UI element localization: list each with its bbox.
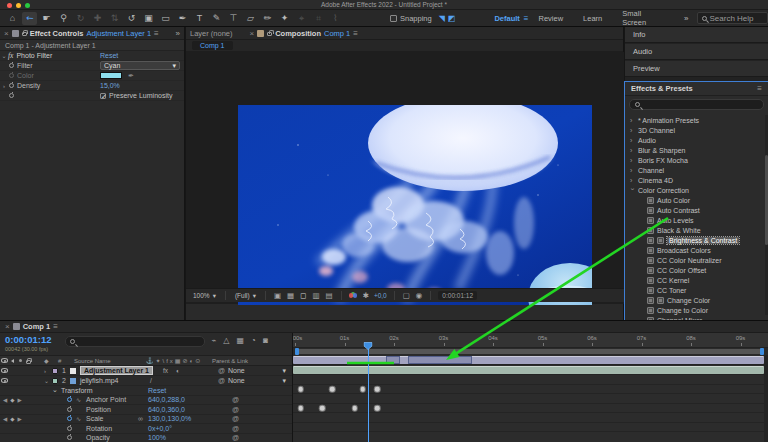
keyframe-dot[interactable] [375, 387, 380, 392]
preset-label[interactable]: Change Color [667, 297, 710, 304]
caret-right-icon[interactable]: › [630, 177, 635, 184]
preset-label[interactable]: Black & White [657, 227, 701, 234]
effect-header-row[interactable]: ⌄ fx Photo Filter Reset [0, 51, 184, 61]
property-name[interactable]: Opacity [86, 434, 110, 441]
magnification-dropdown[interactable]: 100%▾ [191, 292, 218, 300]
color-swatch[interactable] [100, 72, 122, 79]
preset-item[interactable]: CC Kernel [625, 275, 764, 285]
panel-menu-icon[interactable]: ≡ [154, 29, 159, 38]
tab-layer-none[interactable]: Layer (none) [190, 29, 233, 38]
property-value[interactable]: 130,0,130,0% [148, 415, 191, 422]
parent-dropdown[interactable]: None▾ [228, 367, 286, 375]
preset-label[interactable]: Brightness & Contrast [667, 237, 739, 244]
video-column-icon[interactable] [1, 358, 8, 363]
property-name[interactable]: Anchor Point [86, 396, 126, 403]
next-keyframe-icon[interactable]: ▶ [17, 397, 21, 403]
mini-flowchart-icon[interactable]: ⌁ [211, 336, 216, 345]
expander-icon[interactable]: › [0, 83, 8, 89]
preset-folder[interactable]: ›* Animation Presets [625, 115, 764, 125]
layer-row[interactable]: ⌄2jellyfish.mp4/@None▾ [0, 376, 292, 386]
property-name[interactable]: Scale [86, 415, 104, 422]
keyframe-dot[interactable] [353, 406, 358, 411]
stopwatch-icon[interactable] [67, 407, 72, 412]
caret-down-icon[interactable]: ⌄ [52, 386, 58, 394]
transform-group-row[interactable]: ⌄TransformReset [0, 386, 292, 396]
transparency-grid-icon[interactable]: ▦ [286, 291, 295, 300]
region-of-interest-icon[interactable]: ▣ [273, 291, 282, 300]
caret-down-icon[interactable]: › [629, 188, 636, 193]
layer-row[interactable]: ›1Adjustment Layer 1/fx◐@None▾ [0, 366, 292, 376]
caret-right-icon[interactable]: › [630, 157, 635, 164]
preset-label[interactable]: Blur & Sharpen [638, 147, 685, 154]
preset-label[interactable]: Broadcast Colors [657, 247, 711, 254]
rulers-icon[interactable]: ▤ [324, 291, 333, 300]
add-keyframe-icon[interactable]: ◆ [10, 397, 14, 403]
property-value[interactable]: 640,0,360,0 [148, 406, 185, 413]
layer-switch-icon[interactable]: / [150, 367, 152, 374]
workspace-tab-learn[interactable]: Learn [573, 14, 612, 23]
pick-whip-icon[interactable]: @ [232, 434, 239, 441]
caret-right-icon[interactable]: › [630, 137, 635, 144]
property-row-scale[interactable]: ◀◆▶∿Scale∞130,0,130,0%@ [0, 415, 292, 425]
layer-name[interactable]: Adjustment Layer 1 [80, 366, 153, 375]
keyframe-dot[interactable] [361, 387, 366, 392]
caret-down-icon[interactable]: ⌄ [44, 377, 49, 384]
guides-icon[interactable]: ▥ [311, 291, 320, 300]
snapshot-camera-icon[interactable]: ▢ [402, 291, 411, 300]
property-row-position[interactable]: Position640,0,360,0@ [0, 405, 292, 415]
caret-right-icon[interactable]: › [630, 117, 635, 124]
preset-folder[interactable]: ›Blur & Sharpen [625, 145, 764, 155]
stopwatch-icon[interactable] [9, 93, 14, 98]
layer-switch-icon[interactable]: ◐ [176, 367, 180, 374]
playhead-line[interactable] [368, 343, 369, 442]
pick-whip-icon[interactable]: @ [218, 377, 225, 384]
preset-label[interactable]: CC Color Offset [657, 267, 706, 274]
draft-3d-icon[interactable]: △ [223, 336, 229, 345]
preset-label[interactable]: Auto Levels [657, 217, 694, 224]
stopwatch-icon[interactable] [67, 435, 72, 440]
property-name[interactable]: Rotation [86, 425, 112, 432]
preset-item[interactable]: Auto Contrast [625, 205, 764, 215]
panel-menu-icon[interactable]: ≡ [353, 29, 358, 38]
panel-menu-icon[interactable]: ≡ [53, 322, 58, 331]
layer-duration-bar[interactable] [293, 356, 764, 364]
property-row-rotation[interactable]: Rotation0x+0,0°@ [0, 424, 292, 434]
zoom-tool-icon[interactable]: ⚲ [56, 12, 71, 25]
pan-behind-tool-icon[interactable]: ▣ [141, 12, 156, 25]
frame-blending-icon[interactable]: ◔ [251, 336, 256, 345]
panel-tab-info[interactable]: Info [625, 27, 768, 43]
preset-label[interactable]: Cinema 4D [638, 177, 673, 184]
hand-tool-icon[interactable]: ☛ [39, 12, 54, 25]
mask-visibility-icon[interactable]: ◻ [299, 291, 307, 300]
stopwatch-icon[interactable] [9, 83, 14, 88]
roto-brush-tool-icon[interactable]: ✏ [260, 12, 275, 25]
preset-label[interactable]: Boris FX Mocha [638, 157, 688, 164]
tab-effect-controls[interactable]: Effect Controls [30, 29, 84, 38]
tab-composition[interactable]: Composition [275, 29, 321, 38]
close-panel-icon[interactable]: × [5, 322, 10, 331]
exposure-gear-icon[interactable]: ✱ [362, 291, 370, 300]
home-tool-icon[interactable]: ⌂ [5, 12, 20, 25]
layer-label-chip[interactable] [52, 378, 58, 384]
preset-label[interactable]: CC Toner [657, 287, 686, 294]
work-area-start-handle[interactable] [295, 348, 299, 355]
transform-reset-link[interactable]: Reset [148, 387, 166, 394]
preset-item[interactable]: Brightness & Contrast [625, 235, 764, 245]
keyframe-dot[interactable] [320, 406, 325, 411]
panel-tab-audio[interactable]: Audio [625, 44, 768, 60]
type-tool-icon[interactable]: T [192, 12, 207, 25]
expander-icon[interactable]: ⌄ [0, 52, 8, 59]
add-keyframe-icon[interactable]: ◆ [10, 416, 14, 422]
parent-link-column[interactable]: Parent & Link [212, 358, 248, 364]
pick-whip-icon[interactable]: @ [232, 425, 239, 432]
preset-folder[interactable]: ›3D Channel [625, 125, 764, 135]
preset-label[interactable]: Channel [638, 167, 664, 174]
preset-item[interactable]: Auto Color [625, 195, 764, 205]
current-timecode[interactable]: 0:00:01:12 [5, 335, 51, 345]
stopwatch-icon[interactable] [67, 397, 72, 402]
keyframe-navigator[interactable]: ◀◆▶ [3, 416, 22, 422]
puppet-pin-tool-icon[interactable]: ✦ [277, 12, 292, 25]
property-value[interactable]: 640,0,288,0 [148, 396, 185, 403]
density-value[interactable]: 15,0% [100, 82, 120, 89]
prev-keyframe-icon[interactable]: ◀ [3, 397, 7, 403]
